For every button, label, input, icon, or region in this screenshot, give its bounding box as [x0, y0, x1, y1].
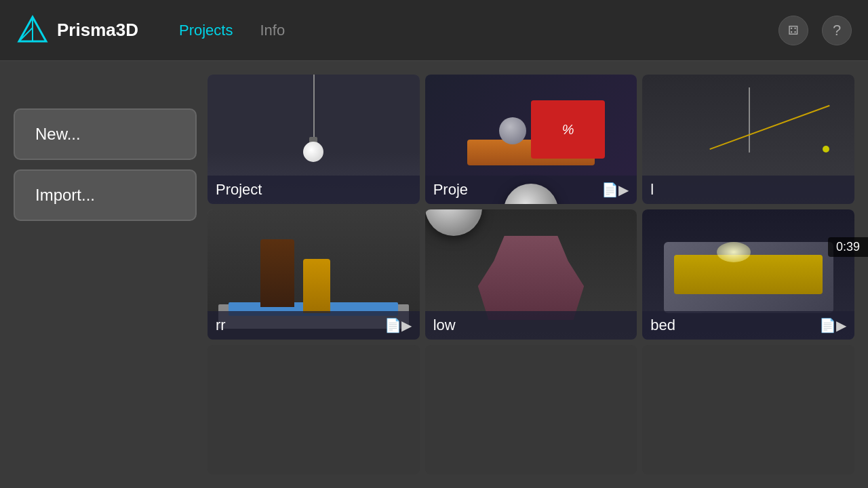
project-card-project3[interactable]: l — [642, 75, 854, 204]
bed-mattress — [674, 255, 823, 293]
thumb-bottom2 — [425, 345, 637, 474]
scene-screen: % — [531, 100, 605, 159]
header-right: ⚃ ? — [778, 16, 852, 45]
project-card-bottom1[interactable] — [208, 345, 420, 474]
project-name-project2: Proje — [433, 181, 468, 199]
project-card-project1[interactable]: Project — [208, 75, 420, 204]
project-name-project3: l — [650, 181, 654, 199]
floating-sphere — [425, 209, 482, 236]
project-card-bottom3[interactable] — [642, 345, 854, 474]
tab-info[interactable]: Info — [260, 19, 285, 42]
project-card-rr[interactable]: rr 📄▶ — [208, 209, 420, 339]
project-name-rr: rr — [216, 317, 226, 334]
file-icon-rr: 📄▶ — [384, 317, 412, 333]
proj3-diagonal-line — [709, 105, 829, 150]
proj3-vertical-line — [749, 87, 750, 152]
proj3-dot — [823, 146, 829, 152]
project-label-project3: l — [642, 176, 854, 204]
lamp-ball-decoration — [303, 142, 323, 162]
project-label-low: low — [425, 311, 637, 340]
project-name-project1: Project — [216, 181, 262, 199]
new-button[interactable]: New... — [14, 108, 197, 160]
app-header: Prisma3D Projects Info ⚃ ? — [0, 0, 868, 61]
projects-grid: Project % Proje 📄▶ — [208, 75, 854, 474]
logo-icon — [16, 14, 49, 47]
project-card-project2[interactable]: % Proje 📄▶ — [425, 75, 637, 204]
timer-badge: 0:39 — [828, 237, 868, 257]
app-title: Prisma3D — [57, 20, 138, 41]
project-label-project1: Project — [208, 176, 420, 204]
help-icon: ? — [833, 22, 841, 39]
logo-area: Prisma3D — [16, 14, 138, 47]
figure-yellow — [303, 259, 330, 313]
thumb-bottom1 — [208, 345, 420, 474]
bed-light-glow — [717, 242, 751, 262]
main-content: New... Import... Project % — [0, 61, 868, 488]
lamp-string-decoration — [313, 75, 315, 146]
tower-shape — [478, 236, 584, 320]
import-button[interactable]: Import... — [14, 169, 197, 221]
project-name-bed: bed — [650, 317, 675, 334]
project-card-bed[interactable]: bed 📄▶ — [642, 209, 854, 339]
figure-dark — [260, 239, 294, 307]
file-icon-bed: 📄▶ — [819, 317, 846, 333]
file-icon-project2: 📄▶ — [601, 182, 629, 198]
translate-icon-button[interactable]: ⚃ — [778, 16, 808, 45]
project-label-bed: bed 📄▶ — [642, 311, 854, 340]
project-label-rr: rr 📄▶ — [208, 311, 420, 340]
translate-icon: ⚃ — [788, 23, 799, 38]
project-card-low[interactable]: low — [425, 209, 637, 339]
help-icon-button[interactable]: ? — [822, 16, 852, 45]
project-name-low: low — [433, 317, 456, 334]
tab-projects[interactable]: Projects — [179, 19, 233, 42]
thumb-bottom3 — [642, 345, 854, 474]
nav-tabs: Projects Info — [179, 19, 285, 42]
left-panel: New... Import... — [14, 75, 197, 474]
project-card-bottom2[interactable] — [425, 345, 637, 474]
